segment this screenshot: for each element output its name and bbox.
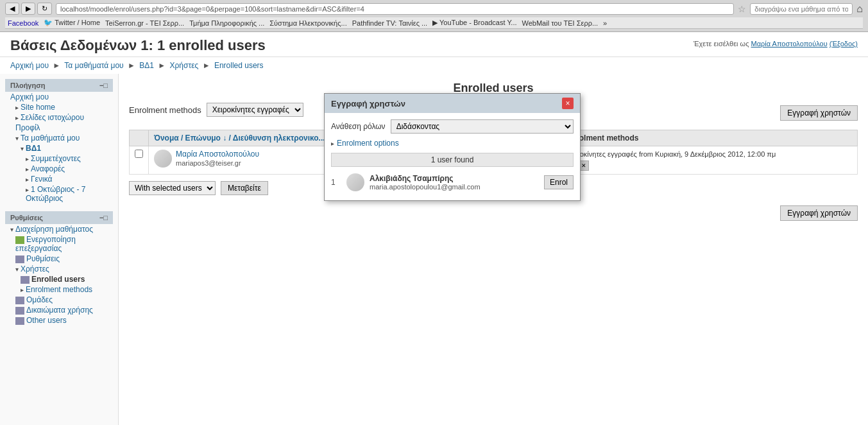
- sidebar-item-week[interactable]: ▸1 Οκτώβριος - 7 Οκτώβριος: [10, 184, 113, 204]
- bookmark-tmima[interactable]: Τμήμα Πληροφορικής ...: [189, 19, 264, 27]
- sidebar-item-participants[interactable]: ▸Συμμετέχοντες: [10, 153, 113, 164]
- enrol-users-button-bottom[interactable]: Εγγραφή χρηστών: [780, 205, 858, 221]
- bookmark-youtube[interactable]: ▶ YouTube - Broadcast Y...: [432, 19, 516, 27]
- sidebar-item-bd1[interactable]: ▾ΒΔ1: [10, 143, 113, 153]
- refresh-button[interactable]: ↻: [37, 3, 52, 15]
- enrolment-options-row[interactable]: ▸ Enrolment options: [331, 139, 574, 148]
- enrol-users-button-top[interactable]: Εγγραφή χρηστών: [780, 105, 858, 121]
- sidebar-item-permissions[interactable]: Δικαιώματα χρήσης: [10, 305, 113, 315]
- modal-close-button[interactable]: ×: [562, 98, 574, 109]
- row-checkbox[interactable]: [135, 150, 143, 158]
- sidebar-settings-header: Ρυθμίσεις −□: [5, 211, 113, 224]
- breadcrumb-users[interactable]: Χρήστες: [170, 61, 199, 70]
- bookmark-pathfinder[interactable]: Pathfinder TV: Ταινίες ...: [352, 19, 427, 27]
- sidebar-item-profile[interactable]: Προφίλ: [10, 123, 113, 133]
- row-checkbox-cell[interactable]: [130, 146, 149, 175]
- sidebar-navigation-block: Πλοήγηση −□ Αρχική μου ▸Site home ▸Σελίδ…: [5, 79, 113, 204]
- nav-buttons: ◀ ▶ ↻: [5, 3, 52, 15]
- user-avatar: [154, 150, 172, 168]
- browser-chrome: ◀ ▶ ↻ ☆ ⌂ Facebook 🐦 Twitter / Home TeiS…: [0, 0, 868, 32]
- user-name-link[interactable]: Μαρία Αποστολοπούλου: [176, 150, 259, 159]
- sidebar-navigation-header: Πλοήγηση −□: [5, 79, 113, 92]
- enrolment-methods-label: Enrolment methods: [129, 105, 201, 115]
- url-bar[interactable]: [56, 3, 734, 15]
- modal-title: Εγγραφή χρηστών: [331, 99, 405, 108]
- bookmark-twitter[interactable]: 🐦 Twitter / Home: [44, 19, 100, 27]
- modal-enrol-button[interactable]: Enrol: [544, 175, 574, 189]
- bookmark-webmail[interactable]: WebMail του TEI Σερρ...: [522, 19, 599, 27]
- modal-role-select[interactable]: Διδάσκοντας: [391, 119, 574, 134]
- breadcrumb-enrolled[interactable]: Enrolled users: [214, 61, 264, 70]
- modal-user-info: Αλκιβιάδης Τσαμπίρης maria.apostolopoulo…: [370, 174, 539, 191]
- sidebar-item-course-management[interactable]: ▾Διαχείρηση μαθήματος: [10, 224, 113, 234]
- user-found-bar: 1 user found: [331, 153, 574, 167]
- browser-search[interactable]: [750, 3, 853, 15]
- bookmark-facebook[interactable]: Facebook: [8, 19, 38, 27]
- user-email: mariapos3@teiser.gr: [176, 159, 241, 167]
- enrolment-method-text: Χειροκίνητες εγγραφές from Κυριακή, 9 Δε…: [566, 150, 852, 159]
- enrolment-options-label: Enrolment options: [337, 139, 399, 148]
- back-button[interactable]: ◀: [5, 3, 19, 15]
- user-details: Μαρία Αποστολοπούλου mariapos3@teiser.gr: [176, 150, 259, 168]
- breadcrumb-courses[interactable]: Τα μαθήματά μου: [64, 61, 123, 70]
- breadcrumb: Αρχική μου ► Τα μαθήματά μου ► ΒΔ1 ► Χρή…: [0, 57, 868, 74]
- sidebar: Πλοήγηση −□ Αρχική μου ▸Site home ▸Σελίδ…: [0, 74, 119, 425]
- login-info: Έχετε εισέλθει ως Μαρία Αποστολοπούλου (…: [694, 40, 858, 48]
- sidebar-item-users[interactable]: ▾Χρήστες: [10, 264, 113, 274]
- modal-user-num: 1: [331, 178, 341, 187]
- sidebar-item-my-courses[interactable]: ▾Τα μαθήματά μου: [10, 133, 113, 143]
- forward-button[interactable]: ▶: [21, 3, 35, 15]
- main-layout: Πλοήγηση −□ Αρχική μου ▸Site home ▸Σελίδ…: [0, 74, 868, 425]
- enrol-users-modal: Εγγραφή χρηστών × Ανάθεση ρόλων Διδάσκον…: [324, 93, 581, 201]
- enrolment-methods-select[interactable]: Χειροκίνητες εγγραφές: [207, 103, 303, 117]
- modal-header: Εγγραφή χρηστών ×: [325, 94, 580, 113]
- sidebar-navigation-tree: Αρχική μου ▸Site home ▸Σελίδες ιστοχώρου…: [5, 92, 113, 204]
- home-icon[interactable]: ⌂: [856, 3, 863, 15]
- sidebar-item-enrolment-methods[interactable]: ▸Enrolment methods: [10, 284, 113, 295]
- address-bar: ◀ ▶ ↻ ☆ ⌂: [5, 3, 863, 15]
- main-content: Enrolled users Enrolment methods Χειροκί…: [119, 74, 868, 425]
- selected-users-select[interactable]: With selected users: [129, 181, 216, 195]
- bookmarks-bar: Facebook 🐦 Twitter / Home TeiSerron.gr -…: [5, 17, 863, 29]
- breadcrumb-home[interactable]: Αρχική μου: [10, 61, 49, 70]
- row-enrolment-cell: Χειροκίνητες εγγραφές from Κυριακή, 9 Δε…: [561, 146, 857, 175]
- logout-link[interactable]: (Έξοδος): [830, 40, 858, 48]
- edit-icons: ✎ ✕: [566, 160, 852, 171]
- sidebar-item-pages[interactable]: ▸Σελίδες ιστοχώρου: [10, 112, 113, 123]
- modal-user-email: maria.apostolopoulou1@gmail.com: [370, 183, 539, 191]
- modal-body: Ανάθεση ρόλων Διδάσκοντας ▸ Enrolment op…: [325, 113, 580, 200]
- col-enrolment: Enrolment methods: [561, 130, 857, 146]
- sort-name-link[interactable]: Όνομα / Επώνυμο ↓ / Διεύθυνση ηλεκτρονικ…: [154, 134, 325, 143]
- modal-role-row: Ανάθεση ρόλων Διδάσκοντας: [331, 119, 574, 134]
- modal-role-label: Ανάθεση ρόλων: [331, 122, 386, 131]
- sidebar-item-general[interactable]: ▸Γενικά: [10, 174, 113, 184]
- sidebar-settings-block: Ρυθμίσεις −□ ▾Διαχείρηση μαθήματος Ενεργ…: [5, 211, 113, 325]
- col-checkbox: [130, 130, 149, 146]
- settings-collapse-icon[interactable]: −□: [99, 214, 108, 221]
- enrolment-methods-row: Enrolment methods Χειροκίνητες εγγραφές: [129, 103, 303, 117]
- login-user-link[interactable]: Μαρία Αποστολοπούλου: [751, 40, 828, 48]
- modal-user-row: 1 Αλκιβιάδης Τσαμπίρης maria.apostolopou…: [331, 171, 574, 194]
- sidebar-item-site-home[interactable]: ▸Site home: [10, 102, 113, 112]
- sidebar-settings-tree: ▾Διαχείρηση μαθήματος Ενεργοποίηση επεξε…: [5, 224, 113, 325]
- sidebar-item-other-users[interactable]: Other users: [10, 315, 113, 325]
- page-header: Έχετε εισέλθει ως Μαρία Αποστολοπούλου (…: [0, 32, 868, 57]
- expand-icon: ▸: [331, 140, 334, 147]
- breadcrumb-bd1[interactable]: ΒΔ1: [139, 61, 154, 70]
- bookmark-teiserron[interactable]: TeiSerron.gr - TEI Σερρ...: [105, 19, 184, 27]
- sidebar-item-enrolled-users[interactable]: Enrolled users: [10, 274, 113, 284]
- sidebar-item-settings[interactable]: Ρυθμίσεις: [10, 254, 113, 264]
- modal-user-avatar: [346, 173, 364, 191]
- sidebar-item-reports[interactable]: ▸Αναφορές: [10, 164, 113, 174]
- modal-user-name: Αλκιβιάδης Τσαμπίρης: [370, 174, 539, 183]
- metavite-button[interactable]: Μεταβείτε: [221, 181, 268, 195]
- bookmark-star: ☆: [738, 4, 746, 14]
- sidebar-item-groups[interactable]: Ομάδες: [10, 295, 113, 305]
- sidebar-item-activate[interactable]: Ενεργοποίηση επεξεργασίας: [10, 234, 113, 254]
- more-bookmarks: »: [603, 19, 607, 27]
- bookmark-systima[interactable]: Σύστημα Ηλεκτρονικής...: [269, 19, 346, 27]
- sidebar-item-home[interactable]: Αρχική μου: [10, 92, 113, 102]
- nav-collapse-icon[interactable]: −□: [99, 82, 108, 89]
